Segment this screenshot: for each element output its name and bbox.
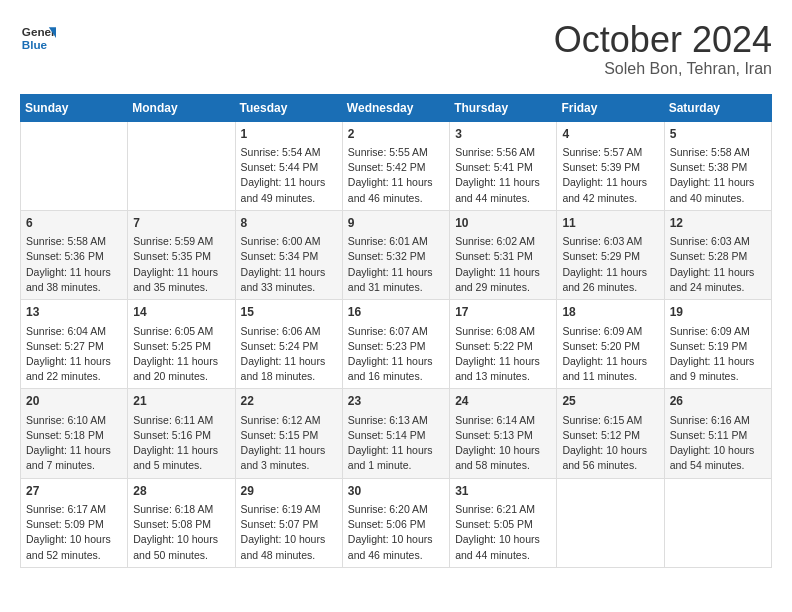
calendar-cell: 16Sunrise: 6:07 AMSunset: 5:23 PMDayligh… <box>342 300 449 389</box>
calendar-week-5: 27Sunrise: 6:17 AMSunset: 5:09 PMDayligh… <box>21 478 772 567</box>
calendar-cell <box>664 478 771 567</box>
calendar-cell: 23Sunrise: 6:13 AMSunset: 5:14 PMDayligh… <box>342 389 449 478</box>
day-number: 4 <box>562 126 658 143</box>
calendar-cell: 10Sunrise: 6:02 AMSunset: 5:31 PMDayligh… <box>450 210 557 299</box>
day-number: 22 <box>241 393 337 410</box>
calendar-week-2: 6Sunrise: 5:58 AMSunset: 5:36 PMDaylight… <box>21 210 772 299</box>
calendar-cell: 15Sunrise: 6:06 AMSunset: 5:24 PMDayligh… <box>235 300 342 389</box>
day-number: 7 <box>133 215 229 232</box>
calendar-cell: 24Sunrise: 6:14 AMSunset: 5:13 PMDayligh… <box>450 389 557 478</box>
weekday-header-sunday: Sunday <box>21 94 128 121</box>
calendar-week-3: 13Sunrise: 6:04 AMSunset: 5:27 PMDayligh… <box>21 300 772 389</box>
svg-text:General: General <box>22 25 56 38</box>
calendar-cell: 29Sunrise: 6:19 AMSunset: 5:07 PMDayligh… <box>235 478 342 567</box>
day-number: 1 <box>241 126 337 143</box>
logo-icon: General Blue <box>20 20 56 56</box>
day-number: 29 <box>241 483 337 500</box>
day-number: 30 <box>348 483 444 500</box>
day-number: 6 <box>26 215 122 232</box>
calendar-cell: 3Sunrise: 5:56 AMSunset: 5:41 PMDaylight… <box>450 121 557 210</box>
title-block: October 2024 Soleh Bon, Tehran, Iran <box>554 20 772 78</box>
calendar-cell <box>557 478 664 567</box>
calendar-cell: 12Sunrise: 6:03 AMSunset: 5:28 PMDayligh… <box>664 210 771 299</box>
day-number: 23 <box>348 393 444 410</box>
day-number: 11 <box>562 215 658 232</box>
day-number: 14 <box>133 304 229 321</box>
day-number: 27 <box>26 483 122 500</box>
day-number: 13 <box>26 304 122 321</box>
calendar-table: SundayMondayTuesdayWednesdayThursdayFrid… <box>20 94 772 568</box>
calendar-cell: 8Sunrise: 6:00 AMSunset: 5:34 PMDaylight… <box>235 210 342 299</box>
calendar-cell: 21Sunrise: 6:11 AMSunset: 5:16 PMDayligh… <box>128 389 235 478</box>
calendar-cell: 20Sunrise: 6:10 AMSunset: 5:18 PMDayligh… <box>21 389 128 478</box>
day-number: 15 <box>241 304 337 321</box>
calendar-cell: 7Sunrise: 5:59 AMSunset: 5:35 PMDaylight… <box>128 210 235 299</box>
weekday-header-wednesday: Wednesday <box>342 94 449 121</box>
day-number: 3 <box>455 126 551 143</box>
calendar-cell: 2Sunrise: 5:55 AMSunset: 5:42 PMDaylight… <box>342 121 449 210</box>
calendar-cell: 28Sunrise: 6:18 AMSunset: 5:08 PMDayligh… <box>128 478 235 567</box>
day-number: 21 <box>133 393 229 410</box>
calendar-cell: 18Sunrise: 6:09 AMSunset: 5:20 PMDayligh… <box>557 300 664 389</box>
day-number: 8 <box>241 215 337 232</box>
calendar-header: SundayMondayTuesdayWednesdayThursdayFrid… <box>21 94 772 121</box>
calendar-cell: 4Sunrise: 5:57 AMSunset: 5:39 PMDaylight… <box>557 121 664 210</box>
location-subtitle: Soleh Bon, Tehran, Iran <box>554 60 772 78</box>
weekday-header-thursday: Thursday <box>450 94 557 121</box>
calendar-cell: 27Sunrise: 6:17 AMSunset: 5:09 PMDayligh… <box>21 478 128 567</box>
month-title: October 2024 <box>554 20 772 60</box>
svg-text:Blue: Blue <box>22 38 48 51</box>
calendar-week-4: 20Sunrise: 6:10 AMSunset: 5:18 PMDayligh… <box>21 389 772 478</box>
calendar-cell: 22Sunrise: 6:12 AMSunset: 5:15 PMDayligh… <box>235 389 342 478</box>
calendar-cell: 13Sunrise: 6:04 AMSunset: 5:27 PMDayligh… <box>21 300 128 389</box>
day-number: 24 <box>455 393 551 410</box>
day-number: 12 <box>670 215 766 232</box>
day-number: 26 <box>670 393 766 410</box>
day-number: 20 <box>26 393 122 410</box>
calendar-cell: 5Sunrise: 5:58 AMSunset: 5:38 PMDaylight… <box>664 121 771 210</box>
calendar-cell: 14Sunrise: 6:05 AMSunset: 5:25 PMDayligh… <box>128 300 235 389</box>
day-number: 10 <box>455 215 551 232</box>
weekday-header-saturday: Saturday <box>664 94 771 121</box>
calendar-cell: 19Sunrise: 6:09 AMSunset: 5:19 PMDayligh… <box>664 300 771 389</box>
day-number: 28 <box>133 483 229 500</box>
calendar-cell: 26Sunrise: 6:16 AMSunset: 5:11 PMDayligh… <box>664 389 771 478</box>
day-number: 18 <box>562 304 658 321</box>
calendar-cell: 30Sunrise: 6:20 AMSunset: 5:06 PMDayligh… <box>342 478 449 567</box>
calendar-cell: 31Sunrise: 6:21 AMSunset: 5:05 PMDayligh… <box>450 478 557 567</box>
calendar-cell: 6Sunrise: 5:58 AMSunset: 5:36 PMDaylight… <box>21 210 128 299</box>
day-number: 2 <box>348 126 444 143</box>
day-number: 19 <box>670 304 766 321</box>
page-header: General Blue October 2024 Soleh Bon, Teh… <box>20 20 772 78</box>
day-number: 17 <box>455 304 551 321</box>
weekday-header-monday: Monday <box>128 94 235 121</box>
weekday-header-friday: Friday <box>557 94 664 121</box>
calendar-cell <box>128 121 235 210</box>
calendar-week-1: 1Sunrise: 5:54 AMSunset: 5:44 PMDaylight… <box>21 121 772 210</box>
calendar-cell: 11Sunrise: 6:03 AMSunset: 5:29 PMDayligh… <box>557 210 664 299</box>
calendar-cell: 17Sunrise: 6:08 AMSunset: 5:22 PMDayligh… <box>450 300 557 389</box>
calendar-cell: 1Sunrise: 5:54 AMSunset: 5:44 PMDaylight… <box>235 121 342 210</box>
calendar-cell <box>21 121 128 210</box>
calendar-cell: 9Sunrise: 6:01 AMSunset: 5:32 PMDaylight… <box>342 210 449 299</box>
day-number: 9 <box>348 215 444 232</box>
day-number: 25 <box>562 393 658 410</box>
calendar-cell: 25Sunrise: 6:15 AMSunset: 5:12 PMDayligh… <box>557 389 664 478</box>
day-number: 31 <box>455 483 551 500</box>
weekday-header-tuesday: Tuesday <box>235 94 342 121</box>
day-number: 5 <box>670 126 766 143</box>
day-number: 16 <box>348 304 444 321</box>
logo: General Blue <box>20 20 56 56</box>
